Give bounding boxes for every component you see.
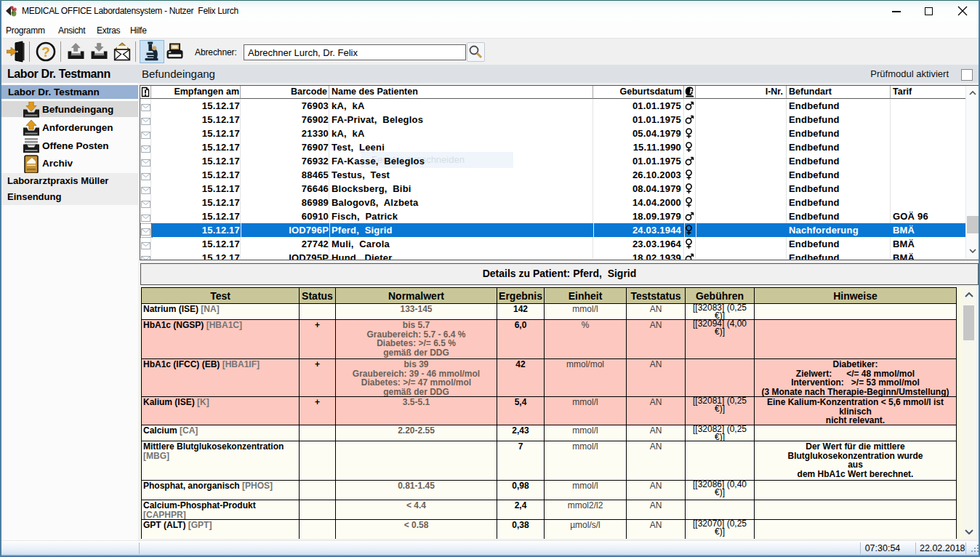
svg-text:?: ?	[41, 44, 50, 60]
